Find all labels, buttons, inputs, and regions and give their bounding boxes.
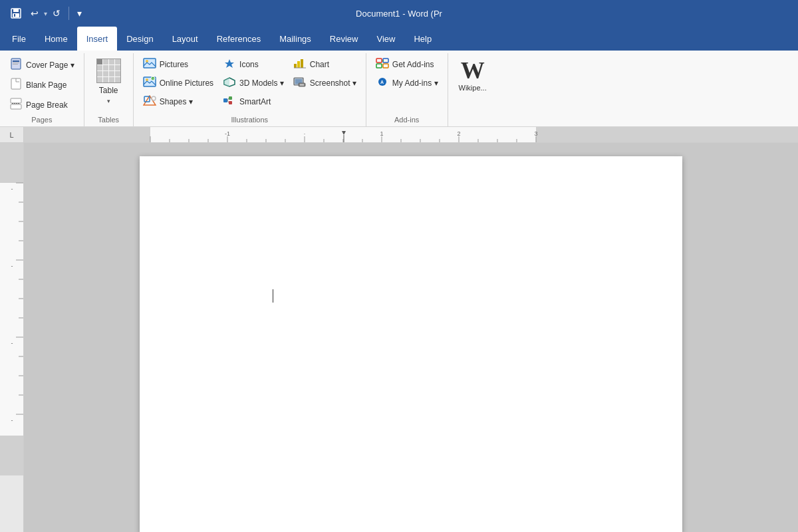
- menu-bar: File Home Insert Design Layout Reference…: [0, 27, 798, 51]
- svg-rect-10: [11, 104, 21, 109]
- blank-page-icon: [9, 78, 23, 92]
- table-button[interactable]: Table ▾: [90, 56, 128, 107]
- icons-button[interactable]: Icons: [219, 56, 288, 73]
- svg-rect-36: [376, 59, 382, 63]
- svg-rect-76: [0, 436, 24, 475]
- my-addins-button[interactable]: A My Add-ins ▾: [372, 74, 442, 92]
- svg-text:-: -: [11, 417, 13, 424]
- svg-text:1: 1: [380, 130, 383, 137]
- svg-rect-25: [229, 101, 232, 104]
- svg-text:A: A: [380, 80, 384, 84]
- chart-button[interactable]: Chart: [289, 56, 360, 73]
- smartart-label: SmartArt: [239, 97, 271, 106]
- tables-group-label: Tables: [90, 114, 128, 126]
- pages-group-label: Pages: [5, 114, 78, 126]
- svg-rect-44: [536, 127, 798, 142]
- page-break-icon: [9, 98, 23, 112]
- menu-item-view[interactable]: View: [367, 27, 404, 51]
- horizontal-ruler: L: [0, 127, 798, 143]
- wikipedia-icon: W: [461, 59, 485, 82]
- svg-rect-6: [13, 63, 19, 63]
- blank-page-button[interactable]: Blank Page: [5, 76, 78, 94]
- table-dropdown-arrow: ▾: [107, 98, 110, 104]
- svg-text:-: -: [11, 263, 13, 269]
- addins-col: + Get Add-ins A My Add-ins ▾: [372, 56, 442, 92]
- svg-rect-2: [13, 13, 19, 17]
- svg-rect-12: [144, 59, 156, 68]
- smartart-icon: [223, 95, 236, 108]
- svg-rect-5: [13, 61, 19, 62]
- blank-page-label: Blank Page: [26, 80, 66, 90]
- quick-access-toolbar: ↩ ▾ ↺ ▾: [7, 4, 84, 23]
- get-addins-button[interactable]: + Get Add-ins: [372, 56, 442, 73]
- undo-dropdown[interactable]: ▾: [44, 10, 47, 17]
- screenshot-button[interactable]: Screenshot ▾: [289, 74, 360, 92]
- cover-page-label: Cover Page ▾: [26, 61, 74, 70]
- ribbon-group-illustrations: Pictures ↺ Online Pictures Shapes ▾: [134, 53, 366, 126]
- wikipedia-button[interactable]: W Wikipe...: [454, 56, 492, 94]
- menu-item-design[interactable]: Design: [117, 27, 162, 51]
- shapes-icon: [143, 95, 156, 108]
- svg-rect-38: [376, 64, 382, 68]
- svg-rect-28: [294, 64, 297, 68]
- icons-label: Icons: [239, 60, 259, 69]
- illustrations-group-content: Pictures ↺ Online Pictures Shapes ▾: [139, 56, 360, 114]
- text-cursor: [273, 289, 273, 303]
- svg-text:2: 2: [457, 130, 460, 137]
- online-pictures-button[interactable]: ↺ Online Pictures: [139, 74, 217, 92]
- svg-point-20: [152, 96, 156, 100]
- cover-page-button[interactable]: Cover Page ▾: [5, 56, 78, 74]
- svg-rect-75: [0, 183, 24, 436]
- scroll-area[interactable]: [24, 143, 798, 532]
- vertical-ruler-svg: - - - -: [0, 143, 24, 475]
- wikipedia-label: Wikipe...: [459, 84, 487, 92]
- svg-rect-24: [229, 96, 232, 100]
- svg-text:-: -: [11, 186, 13, 192]
- 3d-models-button[interactable]: 3D Models ▾: [219, 74, 288, 92]
- ribbon-group-pages: Cover Page ▾ Blank Page Page Break Pages: [0, 53, 84, 126]
- ribbon-group-tables: Table ▾ Tables: [84, 53, 134, 126]
- smartart-button[interactable]: SmartArt: [219, 93, 288, 110]
- illustrations-group-label: Illustrations: [139, 114, 360, 126]
- tables-group-content: Table ▾: [90, 56, 128, 114]
- menu-item-insert[interactable]: Insert: [77, 27, 118, 51]
- menu-item-review[interactable]: Review: [321, 27, 368, 51]
- menu-item-home[interactable]: Home: [35, 27, 77, 51]
- icons-icon: [223, 58, 236, 71]
- menu-item-help[interactable]: Help: [404, 27, 441, 51]
- pictures-icon: [143, 58, 156, 71]
- my-addins-label: My Add-ins ▾: [392, 78, 438, 88]
- illustrations-col-3: Chart Screenshot ▾: [289, 56, 360, 92]
- get-addins-icon: +: [376, 58, 389, 71]
- pictures-button[interactable]: Pictures: [139, 56, 217, 73]
- 3d-models-label: 3D Models ▾: [239, 78, 284, 88]
- svg-text:+: +: [382, 59, 384, 63]
- shapes-button[interactable]: Shapes ▾: [139, 93, 217, 110]
- pictures-label: Pictures: [160, 60, 188, 69]
- menu-item-mailings[interactable]: Mailings: [270, 27, 321, 51]
- svg-rect-23: [223, 98, 227, 102]
- svg-text:·: ·: [304, 130, 306, 137]
- menu-item-layout[interactable]: Layout: [163, 27, 207, 51]
- document-area: - - - -: [0, 143, 798, 532]
- customize-qat-button[interactable]: ▾: [74, 7, 84, 20]
- redo-button[interactable]: ↺: [50, 7, 63, 20]
- save-button[interactable]: [7, 4, 25, 23]
- menu-item-file[interactable]: File: [3, 27, 35, 51]
- svg-text:3: 3: [534, 130, 537, 137]
- page-break-button[interactable]: Page Break: [5, 96, 78, 114]
- svg-rect-30: [301, 59, 303, 68]
- ribbon-group-wikipedia: W Wikipe...: [448, 53, 497, 126]
- ruler-corner[interactable]: L: [0, 127, 24, 143]
- svg-rect-43: [24, 127, 150, 142]
- document-page[interactable]: [140, 156, 682, 532]
- ribbon: Cover Page ▾ Blank Page Page Break Pages: [0, 51, 798, 127]
- undo-button[interactable]: ↩: [28, 7, 41, 20]
- menu-item-references[interactable]: References: [207, 27, 270, 51]
- addins-group-label: Add-ins: [372, 114, 442, 126]
- illustrations-col-2: Icons 3D Models ▾ SmartArt: [219, 56, 288, 110]
- ribbon-group-addins: + Get Add-ins A My Add-ins ▾ Add-ins: [366, 53, 448, 126]
- shapes-label: Shapes ▾: [160, 97, 193, 106]
- online-pictures-icon: ↺: [143, 76, 156, 90]
- my-addins-icon: A: [376, 76, 389, 90]
